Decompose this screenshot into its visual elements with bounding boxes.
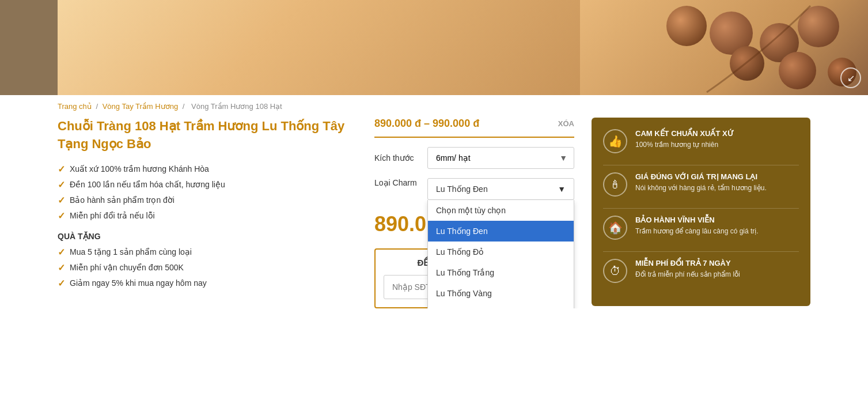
benefits-panel: 👍 CAM KẾT CHUẨN XUẤT XỨ 100% trầm hương … <box>592 118 810 306</box>
product-title: Chuỗi Tràng 108 Hạt Trầm Hương Lu Thống … <box>58 118 357 153</box>
feature-item: ✓ Bảo hành sản phẩm trọn đời <box>58 195 357 206</box>
breadcrumb-home[interactable]: Trang chủ <box>58 102 92 111</box>
feature-text: Miễn phí đổi trả nếu lỗi <box>70 211 155 220</box>
feature-list: ✓ Xuất xứ 100% trầm hương Khánh Hòa ✓ Đề… <box>58 164 357 221</box>
divider <box>603 208 799 209</box>
benefit-title-3: MIỄN PHÍ ĐỔI TRẢ 7 NGÀY <box>635 259 740 267</box>
feature-item: ✓ Miễn phí đổi trả nếu lỗi <box>58 210 357 221</box>
clear-button[interactable]: XÓA <box>558 119 574 128</box>
charm-dropdown-display[interactable]: Lu Thống Đen ▼ <box>427 178 574 200</box>
gift-item: ✓ Miễn phí vận chuyển đơn 500K <box>58 262 357 273</box>
check-icon: ✓ <box>58 179 65 190</box>
charm-option-lu-thong-do[interactable]: Lu Thống Đỏ <box>428 242 574 262</box>
gift-text: Mua 5 tặng 1 sản phẩm cùng loại <box>70 247 192 256</box>
breadcrumb-category[interactable]: Vòng Tay Trầm Hương <box>103 102 178 111</box>
benefit-text-0: CAM KẾT CHUẨN XUẤT XỨ 100% trầm hương tự… <box>635 129 734 150</box>
charm-option-placeholder[interactable]: Chọn một tùy chọn <box>428 200 574 221</box>
charm-dropdown[interactable]: Lu Thống Đen ▼ Chọn một tùy chọn Lu Thốn… <box>427 178 574 200</box>
clock-icon: ⏱ <box>603 259 627 283</box>
home-icon: 🏠 <box>603 216 627 240</box>
benefit-desc-0: 100% trầm hương tự nhiên <box>635 140 734 150</box>
big-price: 890.0 <box>374 212 426 236</box>
middle-column: 890.000 đ – 990.000 đ XÓA Kích thước 6mm… <box>374 118 574 308</box>
benefit-desc-2: Trầm hương để càng lâu càng có giá trị. <box>635 227 759 236</box>
cord-decoration <box>580 0 868 95</box>
price-range-text: 890.000 đ – 990.000 đ <box>374 118 479 130</box>
check-icon: ✓ <box>58 278 65 289</box>
gift-text: Miễn phí vận chuyển đơn 500K <box>70 263 184 272</box>
charm-dropdown-menu: Chọn một tùy chọn Lu Thống Đen Lu Thống … <box>427 200 574 308</box>
charm-label: Loại Charm <box>374 178 420 187</box>
header-banner: ↙ <box>0 0 868 95</box>
benefit-text-1: GIÁ ĐÚNG VỚI GIÁ TRỊ MANG LẠI Nói không … <box>635 172 767 193</box>
benefit-text-3: MIỄN PHÍ ĐỔI TRẢ 7 NGÀY Đổi trả miễn phí… <box>635 259 740 280</box>
benefit-item-2: 🏠 BẢO HÀNH VĨNH VIỄN Trầm hương để càng … <box>603 216 799 240</box>
price-range-header: 890.000 đ – 990.000 đ XÓA <box>374 118 574 138</box>
charm-option-lu-thong-vang[interactable]: Lu Thống Vàng <box>428 283 574 304</box>
charm-option-lu-thong-trang[interactable]: Lu Thống Trắng <box>428 262 574 283</box>
gift-item: ✓ Giảm ngay 5% khi mua ngay hôm nay <box>58 278 357 289</box>
breadcrumb-current: Vòng Trầm Hương 108 Hạt <box>191 102 282 111</box>
divider <box>603 165 799 165</box>
feature-item: ✓ Xuất xứ 100% trầm hương Khánh Hòa <box>58 164 357 175</box>
gift-list: ✓ Mua 5 tặng 1 sản phẩm cùng loại ✓ Miễn… <box>58 247 357 289</box>
size-label: Kích thước <box>374 153 420 163</box>
left-column: Chuỗi Tràng 108 Hạt Trầm Hương Lu Thống … <box>58 118 357 293</box>
check-icon: ✓ <box>58 262 65 273</box>
check-icon: ✓ <box>58 247 65 258</box>
check-icon: ✓ <box>58 210 65 221</box>
benefit-desc-1: Nói không với hàng giá rẻ, tẩm hương liệ… <box>635 183 767 193</box>
check-icon: ✓ <box>58 195 65 206</box>
benefit-item-3: ⏱ MIỄN PHÍ ĐỔI TRẢ 7 NGÀY Đổi trả miễn p… <box>603 259 799 283</box>
charm-option-lu-thong-xanh[interactable]: Lu Thống Xanh <box>428 304 574 308</box>
banner-main <box>58 0 580 95</box>
banner-right: ↙ <box>580 0 868 95</box>
gift-text: Giảm ngay 5% khi mua ngay hôm nay <box>70 278 207 288</box>
divider <box>603 251 799 252</box>
candle-icon: 🕯 <box>603 172 627 197</box>
benefit-item-0: 👍 CAM KẾT CHUẨN XUẤT XỨ 100% trầm hương … <box>603 129 799 153</box>
size-select[interactable]: 6mm/ hạt <box>427 147 574 169</box>
breadcrumb-sep2: / <box>183 102 185 111</box>
banner-left-accent <box>0 0 58 95</box>
gift-item: ✓ Mua 5 tặng 1 sản phẩm cùng loại <box>58 247 357 258</box>
charm-option-row: Loại Charm Lu Thống Đen ▼ Chọn một tùy c… <box>374 178 574 200</box>
breadcrumb-sep1: / <box>96 102 98 111</box>
charm-option-lu-thong-den[interactable]: Lu Thống Đen <box>428 221 574 242</box>
benefit-title-0: CAM KẾT CHUẨN XUẤT XỨ <box>635 129 734 138</box>
feature-text: Đền 100 lần nếu tẩm hóa chất, hương liệu <box>70 180 225 189</box>
feature-item: ✓ Đền 100 lần nếu tẩm hóa chất, hương li… <box>58 179 357 190</box>
feature-text: Xuất xứ 100% trầm hương Khánh Hòa <box>70 164 209 173</box>
benefit-title-2: BẢO HÀNH VĨNH VIỄN <box>635 216 759 224</box>
size-option-row: Kích thước 6mm/ hạt ▼ <box>374 147 574 169</box>
benefit-desc-3: Đổi trả miễn phí nếu sản phẩm lỗi <box>635 270 740 280</box>
gift-title: QUÀ TẶNG <box>58 232 357 241</box>
breadcrumb: Trang chủ / Vòng Tay Trầm Hương / Vòng T… <box>0 95 868 118</box>
benefit-item-1: 🕯 GIÁ ĐÚNG VỚI GIÁ TRỊ MANG LẠI Nói khôn… <box>603 172 799 197</box>
check-icon: ✓ <box>58 164 65 175</box>
benefit-title-1: GIÁ ĐÚNG VỚI GIÁ TRỊ MANG LẠI <box>635 172 767 181</box>
feature-text: Bảo hành sản phẩm trọn đời <box>70 195 175 205</box>
chevron-down-icon: ▼ <box>558 184 566 194</box>
benefit-text-2: BẢO HÀNH VĨNH VIỄN Trầm hương để càng lâ… <box>635 216 759 236</box>
corner-button[interactable]: ↙ <box>840 67 861 88</box>
charm-selected-value: Lu Thống Đen <box>436 184 488 194</box>
thumbs-up-icon: 👍 <box>603 129 627 153</box>
size-select-wrapper: 6mm/ hạt ▼ <box>427 147 574 169</box>
